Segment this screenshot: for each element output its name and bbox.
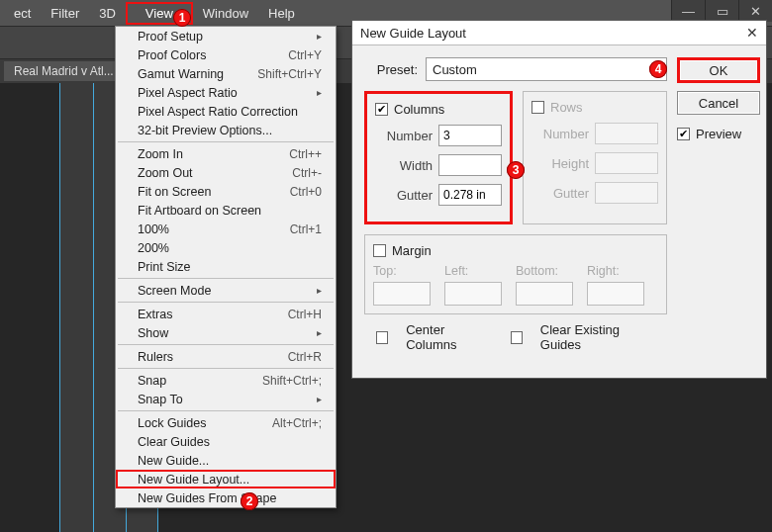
menu-item[interactable]: Pixel Aspect Ratio Correction (116, 102, 336, 121)
menu-item-label: Screen Mode (138, 284, 211, 298)
menu-separator (118, 302, 334, 303)
menu-item[interactable]: Fit on ScreenCtrl+0 (116, 182, 336, 201)
menu-item-label: Extras (138, 308, 172, 321)
menu-item[interactable]: SnapShift+Ctrl+; (116, 371, 336, 390)
minimize-button[interactable]: — (671, 0, 705, 22)
margin-checkbox[interactable] (373, 244, 386, 257)
menu-item[interactable]: Screen Mode▸ (116, 281, 336, 300)
menu-window[interactable]: Window (193, 2, 258, 25)
field-input (595, 152, 658, 174)
menu-item[interactable]: Show▸ (116, 323, 336, 342)
menu-filter[interactable]: Filter (41, 2, 89, 25)
margin-field-label: Top: (373, 264, 431, 278)
menu-item-shortcut: Alt+Ctrl+; (272, 416, 322, 430)
clear-guides-checkbox[interactable] (511, 331, 523, 344)
menu-item-shortcut: Ctrl+1 (290, 222, 322, 236)
menu-item-label: Show (138, 326, 168, 340)
menu-item[interactable]: 32-bit Preview Options... (116, 121, 336, 139)
menu-item[interactable]: Snap To▸ (116, 390, 336, 408)
dialog-title: New Guide Layout (360, 26, 466, 41)
field-label: Height (531, 156, 589, 171)
menu-item-label: 200% (138, 241, 169, 255)
step-badge-2: 2 (241, 492, 258, 510)
menu-item-label: Zoom Out (138, 166, 193, 180)
menu-item-label: New Guide Layout... (138, 473, 249, 487)
menu-item[interactable]: Fit Artboard on Screen (116, 201, 336, 220)
field-label: Width (375, 158, 433, 173)
center-columns-checkbox[interactable] (376, 331, 388, 344)
field-input (595, 182, 658, 204)
step-badge-3: 3 (507, 161, 525, 179)
margin-title: Margin (392, 243, 432, 258)
field-label: Gutter (375, 188, 433, 203)
menu-item[interactable]: Zoom OutCtrl+- (116, 163, 336, 182)
menu-item-label: Gamut Warning (138, 67, 224, 81)
new-guide-layout-dialog: New Guide Layout ✕ Preset: Custom ⌄ ✔Col… (351, 20, 767, 379)
menu-item[interactable]: Gamut WarningShift+Ctrl+Y (116, 64, 336, 83)
center-columns-label: Center Columns (406, 322, 492, 352)
preview-checkbox[interactable]: ✔ (677, 128, 690, 140)
submenu-arrow-icon: ▸ (317, 87, 322, 98)
menu-item-label: Rulers (138, 350, 173, 364)
field-input[interactable] (438, 154, 502, 176)
menu-item-label: Print Size (138, 260, 191, 274)
margin-panel: MarginTop:Left:Bottom:Right: (364, 234, 667, 314)
menu-separator (118, 141, 334, 142)
menu-item-label: Snap To (138, 393, 183, 406)
margin-field-input (444, 282, 502, 306)
dialog-close-icon[interactable]: ✕ (746, 25, 758, 41)
menu-item-label: New Guide... (138, 454, 209, 468)
field-input[interactable] (438, 184, 502, 206)
menu-item-shortcut: Ctrl+H (288, 308, 322, 321)
menu-item-label: Clear Guides (138, 435, 210, 449)
menu-item-shortcut: Shift+Ctrl+; (262, 374, 322, 388)
panel-checkbox[interactable] (531, 101, 544, 114)
menu-item[interactable]: New Guide... (116, 451, 336, 470)
ok-button[interactable]: OK (677, 57, 760, 83)
menu-separator (118, 410, 334, 411)
menu-item[interactable]: Clear Guides (116, 432, 336, 451)
menu-item[interactable]: Lock GuidesAlt+Ctrl+; (116, 413, 336, 432)
menu-item[interactable]: 200% (116, 238, 336, 257)
preset-select[interactable]: Custom ⌄ (426, 57, 667, 81)
menu-item[interactable]: Pixel Aspect Ratio▸ (116, 83, 336, 102)
document-tab[interactable]: Real Madrid v Atl... (4, 61, 124, 81)
menu-item[interactable]: New Guide Layout... (116, 470, 336, 488)
menu-item[interactable]: New Guides From Shape (116, 488, 336, 507)
field-input (595, 123, 658, 144)
menu-item[interactable]: 100%Ctrl+1 (116, 220, 336, 238)
submenu-arrow-icon: ▸ (317, 327, 322, 338)
menu-ect[interactable]: ect (4, 2, 41, 25)
clear-guides-label: Clear Existing Guides (540, 322, 655, 352)
panel-title: Rows (550, 100, 583, 115)
margin-field-label: Bottom: (516, 264, 573, 278)
submenu-arrow-icon: ▸ (317, 285, 322, 296)
menu-item-label: Pixel Aspect Ratio (138, 86, 238, 100)
close-button[interactable]: ✕ (738, 0, 772, 22)
field-input[interactable] (438, 125, 502, 146)
menu-item[interactable]: ExtrasCtrl+H (116, 305, 336, 323)
menu-item-shortcut: Ctrl+R (288, 350, 322, 364)
menu-item-label: Snap (138, 374, 166, 388)
menu-item-shortcut: Ctrl+Y (288, 48, 322, 62)
menu-separator (118, 278, 334, 279)
margin-field-label: Left: (444, 264, 502, 278)
maximize-button[interactable]: ▭ (705, 0, 738, 22)
panel-checkbox[interactable]: ✔ (375, 103, 388, 116)
menu-item-shortcut: Ctrl++ (289, 147, 322, 161)
cancel-button[interactable]: Cancel (677, 91, 760, 115)
menu-help[interactable]: Help (258, 2, 305, 25)
menu-3d[interactable]: 3D (89, 2, 126, 25)
menu-item-label: 100% (138, 222, 169, 236)
menu-item[interactable]: RulersCtrl+R (116, 347, 336, 366)
menu-item[interactable]: Proof ColorsCtrl+Y (116, 45, 336, 64)
menu-item-label: Fit Artboard on Screen (138, 204, 261, 218)
submenu-arrow-icon: ▸ (317, 394, 322, 404)
menu-item[interactable]: Proof Setup▸ (116, 27, 336, 45)
menu-item[interactable]: Zoom InCtrl++ (116, 144, 336, 163)
menu-item[interactable]: Print Size (116, 257, 336, 276)
margin-field-input (373, 282, 431, 306)
menu-item-label: Proof Setup (138, 30, 203, 44)
submenu-arrow-icon: ▸ (317, 31, 322, 42)
margin-field-input (516, 282, 573, 306)
